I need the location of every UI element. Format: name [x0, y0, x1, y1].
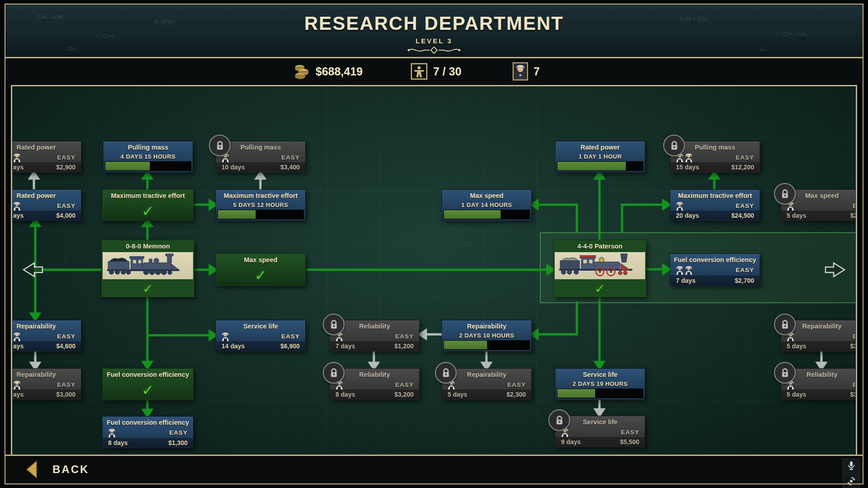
research-time-remaining: 2 DAYS 10 HOURS	[442, 332, 531, 339]
lock-icon	[548, 409, 570, 431]
node-pulling-mass-progress[interactable]: Pulling mass4 DAYS 15 HOURS	[103, 141, 193, 173]
duration-value: ays	[13, 391, 24, 398]
money-value: $688,419	[316, 65, 363, 78]
scientist-icon	[13, 201, 21, 211]
lock-icon	[209, 135, 231, 156]
microphone-icon	[847, 461, 855, 471]
cost-value: $12,200	[731, 164, 754, 171]
scientist-icon	[13, 332, 21, 341]
node-loco-paterson[interactable]: 4-4-0 Paterson✓	[553, 240, 646, 297]
cost-value: $1,300	[168, 439, 188, 446]
scroll-left-arrow[interactable]	[24, 263, 42, 277]
node-title: 0-8-0 Memnon	[102, 240, 194, 252]
research-time-remaining: 5 DAYS 12 HOURS	[216, 202, 305, 208]
flourish-ornament	[407, 46, 461, 54]
back-arrow-icon	[26, 460, 37, 479]
staff-icon	[410, 63, 428, 80]
sync-button[interactable]	[843, 474, 860, 488]
progress-bar	[217, 210, 304, 219]
scroll-right-arrow[interactable]	[826, 263, 844, 277]
difficulty-label: EASY	[57, 202, 75, 209]
node-service-life-avail[interactable]: Service lifeEASY14 days$6,900	[216, 320, 306, 352]
scientist-icon	[13, 380, 21, 389]
research-department-screen: CH₂—OH ⬡ C₆H₆ K₋[Fe] CH₂ H₂O + CH₄ ⬡ CH₂…	[0, 0, 868, 488]
cost-value: $4,000	[56, 212, 75, 219]
lock-icon	[323, 314, 344, 335]
difficulty-label: EASY	[621, 429, 639, 436]
node-fuel-conversion-done[interactable]: Fuel conversion efficiency✓	[102, 368, 193, 400]
staff-value: 7 / 30	[433, 65, 462, 78]
progress-fill	[218, 210, 256, 219]
lock-icon	[435, 362, 457, 384]
scientist-icon	[13, 153, 21, 162]
node-max-speed-right[interactable]: Max speedE5 days$2	[781, 189, 863, 221]
node-max-tractive-right[interactable]: Maximum tractive effortEASY20 days$24,50…	[670, 189, 760, 221]
cost-value: $2,700	[735, 277, 754, 284]
node-title: Service life	[556, 369, 645, 380]
scientist-icon	[222, 332, 229, 341]
progress-fill	[444, 341, 487, 349]
node-max-tractive-progress[interactable]: Maximum tractive effort5 DAYS 12 HOURS	[216, 189, 306, 221]
node-service-life-progress[interactable]: Service life2 DAYS 19 HOURS	[555, 368, 645, 400]
node-max-tractive-done[interactable]: Maximum tractive effort✓	[102, 189, 193, 221]
cost-value: $3,200	[394, 391, 414, 398]
scientist-portrait-icon	[513, 62, 528, 80]
node-repairability-locked[interactable]: RepairabilityEASY5 days$2,300	[442, 368, 532, 400]
back-button[interactable]: BACK	[26, 460, 89, 479]
duration-value: ays	[13, 164, 24, 171]
coins-icon	[294, 64, 310, 79]
difficulty-label: EASY	[57, 154, 75, 161]
lock-icon	[323, 362, 344, 384]
progress-bar	[443, 340, 530, 350]
node-max-speed-done[interactable]: Max speed✓	[216, 253, 306, 286]
page-title: RESEARCH DEPARTMENT	[5, 13, 863, 34]
scientist-icon	[108, 428, 116, 437]
cost-value: $5,500	[620, 438, 639, 446]
check-icon: ✓	[216, 267, 305, 284]
node-service-life-locked[interactable]: Service lifeEASY9 days$5,500	[555, 416, 645, 447]
node-fuel-conversion-avail[interactable]: Fuel conversion efficiencyEASY8 days$1,3…	[102, 416, 193, 448]
cost-value: $3,400	[280, 164, 300, 171]
node-rated-power-progress[interactable]: Rated power1 DAY 1 HOUR	[555, 141, 645, 173]
scientist-icon	[676, 201, 684, 211]
cost-value: $6,900	[280, 343, 300, 350]
check-icon: ✓	[554, 282, 646, 296]
assigned-scientists	[108, 428, 116, 437]
progress-fill	[557, 389, 595, 398]
node-max-speed-progress[interactable]: Max speed1 DAY 14 HOURS	[442, 189, 532, 221]
duration-value: 5 days	[448, 391, 467, 398]
progress-fill	[105, 162, 150, 170]
difficulty-label: EASY	[169, 429, 188, 436]
node-title: Fuel conversion efficiency	[103, 369, 193, 380]
header: CH₂—OH ⬡ C₆H₆ K₋[Fe] CH₂ H₂O + CH₄ ⬡ CH₂…	[5, 5, 863, 58]
node-repairability-right[interactable]: RepairabilityE5 days$3	[781, 320, 863, 352]
assigned-scientists	[13, 332, 21, 341]
node-reliability-locked-1[interactable]: ReliabilityEASY7 days$1,200	[330, 320, 420, 352]
scientist-icon	[676, 265, 684, 275]
duration-value: 20 days	[676, 212, 699, 219]
node-reliability-right[interactable]: ReliabilityE5 days$3	[781, 368, 863, 400]
difficulty-label: EASY	[736, 267, 754, 273]
node-reliability-locked-2[interactable]: ReliabilityEASY8 days$3,200	[330, 368, 420, 400]
duration-value: 5 days	[787, 212, 807, 219]
research-time-remaining: 2 DAYS 19 HOURS	[556, 380, 645, 387]
microphone-button[interactable]	[843, 459, 860, 473]
staff-stat: 7 / 30	[410, 58, 462, 84]
node-title: Maximum tractive effort	[670, 190, 760, 201]
research-time-remaining: 1 DAY 1 HOUR	[556, 153, 645, 160]
node-loco-memnon[interactable]: 0-8-0 Memnon✓	[101, 240, 194, 297]
lock-icon	[774, 362, 796, 384]
node-pulling-mass-locked[interactable]: Pulling massEASY10 days$3,400	[216, 141, 306, 173]
node-title: Maximum tractive effort	[216, 190, 305, 201]
duration-value: 7 days	[335, 343, 355, 350]
cost-value: $3,000	[56, 391, 75, 398]
node-repairability-progress[interactable]: Repairability2 DAYS 10 HOURS	[442, 320, 532, 352]
cost-value: $2,300	[506, 391, 526, 398]
node-fuel-conversion-right[interactable]: Fuel conversion efficiencyEASY7 days$2,7…	[670, 253, 760, 286]
node-pulling-mass-right[interactable]: Pulling massEASY15 days$12,200	[670, 141, 760, 173]
scientist-icon	[685, 153, 693, 162]
money-stat: $688,419	[294, 58, 363, 84]
progress-bar	[105, 161, 191, 171]
node-title: Fuel conversion efficiency	[670, 254, 760, 265]
duration-value: 5 days	[787, 391, 807, 398]
